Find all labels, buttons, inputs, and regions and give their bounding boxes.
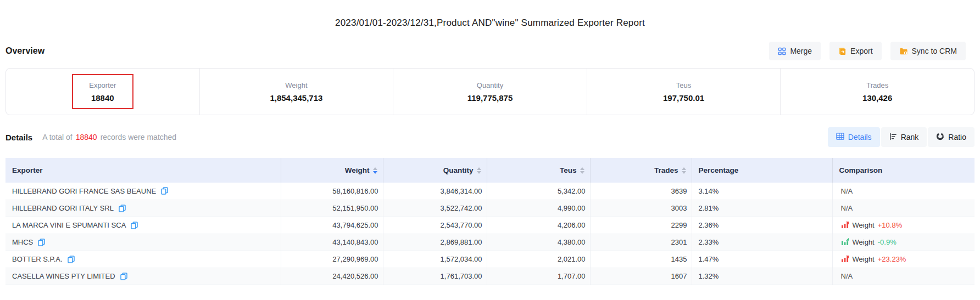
column-header-exporter: Exporter — [5, 158, 281, 183]
export-file-icon — [838, 47, 847, 55]
tab-rank[interactable]: Rank — [881, 127, 927, 147]
copy-icon[interactable] — [131, 222, 138, 229]
column-header-comparison: Comparison — [832, 158, 975, 183]
comparison-delta: +23.23% — [878, 255, 906, 263]
percentage-cell: 3.14% — [692, 183, 832, 200]
summary-prefix: A total of — [42, 133, 72, 141]
teus-cell: 2,021.00 — [487, 251, 590, 268]
weight-cell: 43,794,625.00 — [281, 217, 383, 234]
records-matched-summary: A total of18840records were matched — [42, 133, 176, 141]
sort-carets-weight-icon — [373, 167, 377, 174]
export-button[interactable]: Export — [829, 42, 881, 60]
quantity-cell: 2,869,881.00 — [383, 234, 487, 251]
column-header-weight-label: Weight — [345, 166, 370, 174]
stat-weight: Weight 1,854,345,713 — [199, 69, 393, 115]
toolbar-buttons: Merge Export Sync to CRM — [769, 42, 966, 60]
tab-details[interactable]: Details — [828, 127, 880, 147]
quantity-cell: 3,522,742.00 — [383, 200, 487, 217]
column-header-percentage: Percentage — [692, 158, 832, 183]
comparison-delta: -0.9% — [878, 238, 897, 246]
teus-cell: 4,380.00 — [487, 234, 590, 251]
table-row: LA MARCA VINI E SPUMANTI SCA 43,794,625.… — [5, 217, 975, 234]
exporter-highlight-box — [72, 74, 133, 109]
comparison-na: N/A — [841, 187, 853, 195]
column-header-quantity[interactable]: Quantity — [383, 158, 487, 183]
table-header: Exporter Weight Quantity Teus — [5, 158, 975, 183]
tab-details-label: Details — [848, 133, 872, 141]
exporter-name: HILLEBRAND GORI FRANCE SAS BEAUNE — [12, 187, 156, 195]
records-count: 18840 — [76, 133, 97, 141]
comparison-na: N/A — [841, 204, 853, 212]
trades-cell: 3003 — [590, 200, 692, 217]
stat-trades-label: Trades — [866, 81, 888, 89]
overview-heading: Overview — [5, 46, 44, 56]
view-switch: Details Rank Ratio — [828, 127, 975, 147]
weight-cell: 52,151,950.00 — [281, 200, 383, 217]
quantity-cell: 1,572,034.00 — [383, 251, 487, 268]
stat-trades-value: 130,426 — [862, 93, 892, 103]
comparison-metric-label: Weight — [853, 255, 875, 263]
exporter-report-page: 2023/01/01-2023/12/31,Product AND"wine" … — [0, 0, 980, 285]
trades-cell: 2299 — [590, 217, 692, 234]
teus-cell: 5,342.00 — [487, 183, 590, 200]
copy-icon[interactable] — [120, 273, 127, 280]
copy-icon[interactable] — [68, 256, 75, 263]
percentage-cell: 1.47% — [692, 251, 832, 268]
stat-exporter: Exporter 18840 — [6, 69, 199, 115]
tab-rank-label: Rank — [901, 133, 919, 141]
percentage-cell: 2.36% — [692, 217, 832, 234]
stat-exporter-label: Exporter — [89, 81, 116, 89]
weight-up-chart-icon — [841, 255, 849, 264]
details-header-row: Details A total of18840records were matc… — [5, 127, 975, 147]
stat-teus-label: Teus — [676, 81, 691, 89]
comparison-metric-label: Weight — [853, 221, 875, 229]
weight-cell: 24,420,526.00 — [281, 268, 383, 285]
trades-cell: 3639 — [590, 183, 692, 200]
tab-ratio[interactable]: Ratio — [928, 127, 975, 147]
trades-cell: 1607 — [590, 268, 692, 285]
stat-quantity: Quantity 119,775,875 — [393, 69, 587, 115]
column-header-weight[interactable]: Weight — [281, 158, 383, 183]
export-button-label: Export — [850, 47, 872, 55]
sort-carets-teus-icon — [580, 167, 584, 174]
percentage-cell: 2.81% — [692, 200, 832, 217]
quantity-cell: 3,846,314.00 — [383, 183, 487, 200]
rank-bars-icon — [889, 133, 897, 142]
comparison-delta: +10.8% — [878, 221, 902, 229]
stat-teus-value: 197,750.01 — [663, 93, 704, 103]
exporter-name: CASELLA WINES PTY LIMITED — [12, 272, 115, 280]
table-row: MHCS 43,140,843.00 2,869,881.00 4,380.00… — [5, 234, 975, 251]
quantity-cell: 2,543,770.00 — [383, 217, 487, 234]
sort-carets-trades-icon — [682, 167, 686, 174]
table-row: HILLEBRAND GORI FRANCE SAS BEAUNE 58,160… — [5, 183, 975, 200]
trades-cell: 1435 — [590, 251, 692, 268]
column-header-trades[interactable]: Trades — [590, 158, 692, 183]
sort-carets-quantity-icon — [477, 167, 481, 174]
exporter-name: BOTTER S.P.A. — [12, 255, 63, 263]
table-row: HILLEBRAND GORI ITALY SRL 52,151,950.00 … — [5, 200, 975, 217]
stat-quantity-value: 119,775,875 — [467, 93, 513, 103]
percentage-cell: 2.33% — [692, 234, 832, 251]
weight-cell: 58,160,816.00 — [281, 183, 383, 200]
table-row: CASELLA WINES PTY LIMITED 24,420,526.00 … — [5, 268, 975, 285]
merge-button[interactable]: Merge — [769, 42, 821, 60]
overview-stats-panel: Exporter 18840 Weight 1,854,345,713 Quan… — [5, 68, 975, 115]
copy-icon[interactable] — [119, 205, 126, 212]
sync-to-crm-button[interactable]: Sync to CRM — [890, 42, 966, 60]
stat-trades: Trades 130,426 — [780, 69, 974, 115]
column-header-teus[interactable]: Teus — [487, 158, 590, 183]
toolbar: Overview Merge Export Sync to CRM — [5, 42, 966, 60]
stat-quantity-label: Quantity — [477, 81, 503, 89]
sync-folder-icon — [899, 47, 908, 55]
details-heading: Details — [5, 133, 32, 142]
teus-cell: 4,206.00 — [487, 217, 590, 234]
sync-to-crm-button-label: Sync to CRM — [912, 47, 957, 55]
copy-icon[interactable] — [38, 239, 45, 246]
quantity-cell: 1,761,703.00 — [383, 268, 487, 285]
copy-icon[interactable] — [161, 187, 168, 195]
table-body: HILLEBRAND GORI FRANCE SAS BEAUNE 58,160… — [5, 183, 975, 285]
weight-cell: 27,290,969.00 — [281, 251, 383, 268]
teus-cell: 4,990.00 — [487, 200, 590, 217]
exporter-name: MHCS — [12, 238, 33, 246]
weight-down-chart-icon — [841, 238, 849, 247]
